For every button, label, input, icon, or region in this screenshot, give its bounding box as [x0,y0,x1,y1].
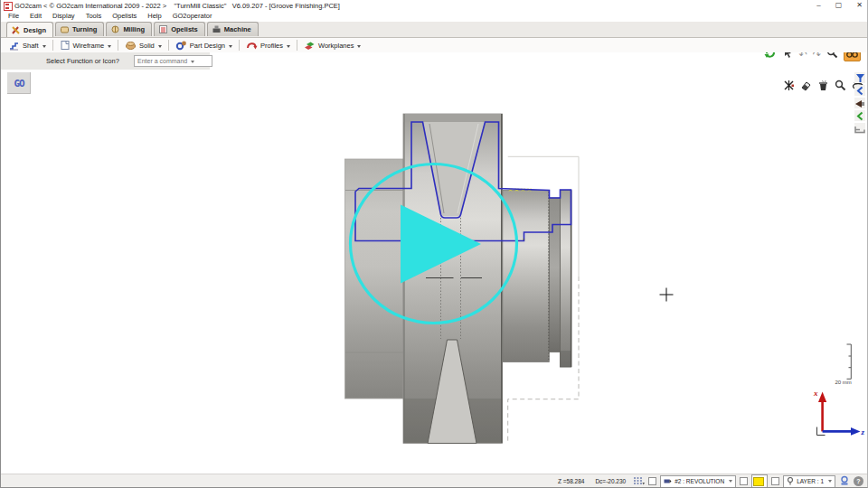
tab-milling[interactable]: Milling [106,22,152,36]
v-groove-top [423,122,485,216]
v-groove-bottom [428,340,476,444]
part-design-icon [175,40,187,51]
menu-opelists[interactable]: Opelists [107,11,142,22]
close-button[interactable]: ✕ [856,0,863,11]
z-coordinate-readout: Z =58.284 [554,478,588,484]
stock-block [345,159,404,399]
eraser-icon[interactable] [800,79,812,95]
workplanes-button[interactable]: Workplanes [300,39,364,52]
tab-design[interactable]: Design [6,22,53,37]
zoom-window-icon[interactable] [835,79,846,95]
menu-edit[interactable]: Edit [24,11,47,22]
go2cam-logo: GO [7,72,31,94]
command-dropdown-caret[interactable] [191,61,194,63]
color-checkbox[interactable] [740,477,748,485]
command-prompt-label: Select Function or Icon? [46,57,119,65]
scale-label: 20 mm [835,380,852,385]
layer-checkbox[interactable] [771,477,779,485]
minimize-button[interactable]: – [816,0,820,11]
tab-turning[interactable]: Turning [55,22,104,36]
command-bar: Select Function or Icon? [1,52,210,70]
dc-coordinate-readout: Dc=-20.230 [591,478,629,484]
solid-icon [125,40,137,51]
opelists-tab-icon [158,24,168,34]
workplanes-icon [304,40,316,51]
part-profile-line [355,122,571,241]
clean-screen-icon[interactable] [817,79,829,95]
shaft-icon [9,40,20,51]
layer-icon [787,477,794,485]
revolution-selector[interactable]: #2 : REVOLUTION [660,475,736,488]
menu-help[interactable]: Help [142,11,166,22]
help-button[interactable]: ? [854,476,863,486]
part-design-button[interactable]: Part Design [172,39,236,52]
filter-icon[interactable] [854,72,865,83]
crosshair-cursor [660,288,674,302]
axis-indicator: x z [813,389,865,436]
stock-outline [508,156,579,443]
menu-display[interactable]: Display [47,11,80,22]
menu-go2operator[interactable]: GO2operator [167,11,218,22]
right-shaft-sections [503,191,571,368]
tab-machine[interactable]: Machine [207,22,259,36]
profiles-icon [246,40,258,51]
status-bar: Z =58.284 Dc=-20.230 #2 : REVOLUTION LAY… [0,474,868,488]
play-button-overlay[interactable] [351,164,517,324]
viewport-canvas[interactable]: 20 mm x z [0,0,868,488]
window-frame [0,0,868,488]
axis-z-label: z [861,427,865,436]
tray-icon[interactable] [854,123,865,134]
turning-tab-icon [60,24,70,34]
play-icon [401,205,481,284]
current-color-swatch[interactable] [751,474,768,488]
shaft-button[interactable]: Shaft [5,39,50,52]
tab-opelists[interactable]: Opelists [154,22,205,36]
grid-snap-icon[interactable] [633,476,645,486]
menu-bar: File Edit Display Tools Opelists Help GO… [0,11,868,22]
app-icon [4,2,13,11]
window-title: GO2cam < © GO2cam International 2009 - 2… [14,2,340,10]
delete-elements-icon[interactable] [783,79,795,95]
milling-tab-icon [110,24,120,34]
solid-button[interactable]: Solid [121,39,165,52]
scale-ruler: 20 mm [835,344,852,385]
revolution-icon [664,477,672,485]
menu-tools[interactable]: Tools [80,11,108,22]
announce-horn-icon[interactable] [854,98,865,108]
axis-x-label: x [813,389,818,398]
collapse-blue-icon[interactable] [854,85,865,96]
wireframe-icon [60,40,71,51]
title-bar: GO2cam < © GO2cam International 2009 - 2… [0,0,868,11]
pulley-body [403,114,503,444]
right-tool-strip [854,72,866,134]
profiles-button[interactable]: Profiles [242,39,294,52]
command-input[interactable] [134,55,212,67]
collapse-green-icon[interactable] [854,110,865,121]
layer-selector[interactable]: LAYER : 1 [783,475,835,488]
machine-tab-icon [212,24,222,34]
design-tab-icon [11,25,21,35]
menu-file[interactable]: File [3,11,24,22]
maximize-button[interactable]: ▢ [835,0,843,11]
machining-points [509,189,531,241]
toolbar: Shaft Wireframe Solid Part Design Profil… [0,38,868,52]
wireframe-button[interactable]: Wireframe [56,39,116,52]
revolution-checkbox[interactable] [648,477,656,485]
tab-row: Design Turning Milling Opelists Machine [0,22,868,38]
yellow-color-chip [753,477,764,486]
stamp-tool-icon[interactable] [839,475,850,487]
